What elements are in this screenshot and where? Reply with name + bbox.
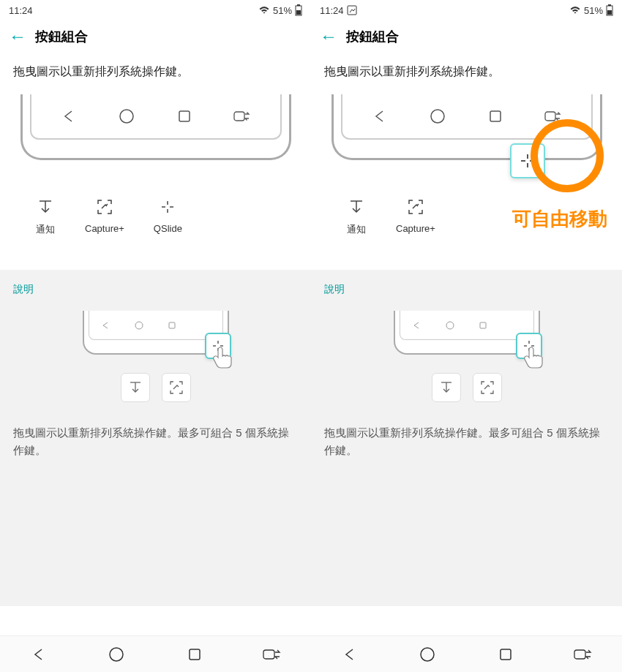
sys-sim-button[interactable] bbox=[262, 644, 282, 665]
demo-home-icon bbox=[133, 320, 145, 331]
svg-point-27 bbox=[431, 110, 444, 123]
sys-home-button[interactable] bbox=[106, 644, 127, 665]
demo-recent-icon bbox=[166, 320, 178, 331]
hand-pointer-icon bbox=[209, 341, 239, 371]
sys-back-button[interactable] bbox=[340, 644, 360, 665]
nav-recent-icon[interactable] bbox=[485, 106, 506, 127]
help-section: 說明 bbox=[311, 270, 622, 606]
nav-sim-switch-icon[interactable] bbox=[232, 106, 252, 127]
svg-rect-2 bbox=[296, 10, 301, 15]
drag-item-row: 通知 Capture+ QSlide bbox=[13, 182, 298, 243]
help-title: 說明 bbox=[13, 283, 298, 296]
demo-home-icon bbox=[444, 320, 456, 331]
svg-rect-22 bbox=[263, 650, 274, 659]
drag-label: 通知 bbox=[36, 223, 55, 236]
app-header: ← 按鈕組合 bbox=[311, 20, 622, 53]
sys-recent-button[interactable] bbox=[495, 644, 516, 665]
drag-item-capture[interactable]: Capture+ bbox=[396, 197, 435, 236]
system-nav-bar bbox=[0, 635, 311, 672]
sys-sim-button[interactable] bbox=[573, 644, 593, 665]
svg-rect-13 bbox=[169, 322, 175, 328]
hand-pointer-icon bbox=[520, 341, 550, 371]
dragging-tile-qslide[interactable] bbox=[510, 143, 545, 178]
drag-label: QSlide bbox=[154, 223, 182, 234]
svg-point-20 bbox=[110, 648, 123, 661]
nav-back-icon[interactable] bbox=[370, 106, 390, 127]
notify-icon bbox=[35, 197, 56, 217]
svg-rect-23 bbox=[348, 6, 356, 15]
svg-point-44 bbox=[421, 648, 434, 661]
back-button[interactable]: ← bbox=[320, 26, 337, 47]
battery-icon bbox=[295, 4, 302, 16]
help-illustration bbox=[324, 311, 609, 402]
sys-back-button[interactable] bbox=[29, 644, 49, 665]
svg-rect-5 bbox=[234, 112, 244, 121]
svg-rect-4 bbox=[179, 111, 190, 121]
navbar-preview bbox=[331, 94, 602, 182]
nav-recent-icon[interactable] bbox=[174, 106, 195, 127]
svg-rect-25 bbox=[608, 4, 611, 6]
svg-rect-37 bbox=[480, 322, 486, 328]
drag-label: Capture+ bbox=[85, 223, 124, 234]
drag-item-row: 通知 Capture+ bbox=[324, 182, 609, 243]
drag-label: 通知 bbox=[347, 223, 366, 236]
nav-sim-switch-icon[interactable] bbox=[543, 106, 563, 127]
help-description: 拖曳圖示以重新排列系統操作鍵。最多可組合 5 個系統操作鍵。 bbox=[13, 424, 298, 459]
sys-home-button[interactable] bbox=[417, 644, 438, 665]
svg-rect-26 bbox=[607, 10, 612, 15]
drag-item-notify[interactable]: 通知 bbox=[346, 197, 367, 236]
nav-home-icon[interactable] bbox=[427, 106, 448, 127]
drag-item-notify[interactable]: 通知 bbox=[35, 197, 56, 236]
nav-home-icon[interactable] bbox=[116, 106, 137, 127]
notify-icon bbox=[346, 197, 367, 217]
demo-capture-btn bbox=[473, 373, 502, 402]
screenshot-right: 11:24 51% ← 按鈕組合 拖曳圖示以重新排列系統操作鍵。 bbox=[311, 0, 622, 672]
demo-capture-btn bbox=[162, 373, 191, 402]
back-button[interactable]: ← bbox=[9, 26, 26, 47]
capture-icon bbox=[94, 197, 115, 217]
svg-point-12 bbox=[135, 322, 143, 329]
svg-rect-29 bbox=[545, 112, 555, 121]
nav-back-icon[interactable] bbox=[59, 106, 79, 127]
notification-icon bbox=[347, 5, 357, 15]
demo-recent-icon bbox=[477, 320, 489, 331]
svg-point-3 bbox=[120, 110, 133, 123]
drag-item-qslide[interactable]: QSlide bbox=[154, 197, 182, 236]
svg-rect-45 bbox=[501, 649, 511, 660]
capture-icon bbox=[405, 197, 426, 217]
system-nav-bar bbox=[311, 635, 622, 672]
demo-notify-btn bbox=[432, 373, 461, 402]
page-title: 按鈕組合 bbox=[346, 28, 399, 45]
help-section: 說明 bbox=[0, 270, 311, 606]
wifi-icon bbox=[569, 6, 581, 15]
svg-rect-1 bbox=[297, 4, 300, 6]
wifi-icon bbox=[258, 6, 270, 15]
qslide-icon bbox=[157, 197, 178, 217]
drag-label: Capture+ bbox=[396, 223, 435, 234]
battery-text: 51% bbox=[584, 5, 603, 16]
help-description: 拖曳圖示以重新排列系統操作鍵。最多可組合 5 個系統操作鍵。 bbox=[324, 424, 609, 459]
demo-back-icon bbox=[100, 320, 111, 331]
battery-icon bbox=[606, 4, 613, 16]
instruction-text: 拖曳圖示以重新排列系統操作鍵。 bbox=[324, 64, 609, 80]
help-illustration bbox=[13, 311, 298, 402]
page-title: 按鈕組合 bbox=[35, 28, 88, 45]
svg-rect-21 bbox=[190, 649, 200, 660]
battery-text: 51% bbox=[273, 5, 292, 16]
status-time: 11:24 bbox=[320, 5, 344, 16]
demo-notify-btn bbox=[121, 373, 150, 402]
sys-recent-button[interactable] bbox=[184, 644, 205, 665]
status-bar: 11:24 51% bbox=[0, 0, 311, 20]
screenshot-left: 11:24 51% ← 按鈕組合 拖曳圖示以重新排列系統操作鍵。 bbox=[0, 0, 311, 672]
svg-rect-28 bbox=[490, 111, 501, 121]
navbar-preview bbox=[20, 94, 291, 182]
help-title: 說明 bbox=[324, 283, 609, 296]
svg-point-36 bbox=[446, 322, 454, 329]
app-header: ← 按鈕組合 bbox=[0, 20, 311, 53]
status-time: 11:24 bbox=[9, 5, 33, 16]
instruction-text: 拖曳圖示以重新排列系統操作鍵。 bbox=[13, 64, 298, 80]
status-bar: 11:24 51% bbox=[311, 0, 622, 20]
svg-rect-46 bbox=[574, 650, 585, 659]
demo-back-icon bbox=[411, 320, 422, 331]
drag-item-capture[interactable]: Capture+ bbox=[85, 197, 124, 236]
